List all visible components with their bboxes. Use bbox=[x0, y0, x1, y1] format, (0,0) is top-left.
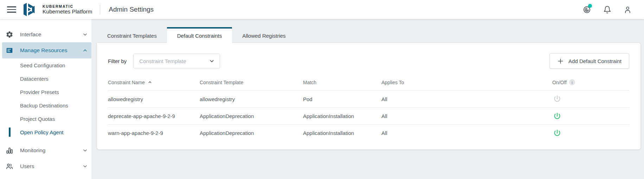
table-row[interactable]: warn-app-apache-9-2-9 ApplicationDepreca… bbox=[108, 124, 629, 141]
sidebar: Interface Manage Resources Seed Configur… bbox=[0, 19, 91, 179]
sidebar-item-label: Datacenters bbox=[20, 76, 49, 82]
sidebar-item-manage-resources[interactable]: Manage Resources bbox=[2, 42, 91, 58]
tab-constraint-templates[interactable]: Constraint Templates bbox=[97, 27, 167, 43]
column-header-constraint-template[interactable]: Constraint Template bbox=[200, 80, 303, 85]
column-header-constraint-name[interactable]: Constraint Name bbox=[108, 80, 200, 85]
cell-constraint-template: allowedregistry bbox=[200, 96, 303, 102]
add-button-label: Add Default Constraint bbox=[568, 58, 622, 64]
brand-subtitle: Kubernetes Platform bbox=[43, 8, 92, 15]
manage-resources-icon bbox=[6, 47, 13, 54]
cell-constraint-template: ApplicationDeprecation bbox=[200, 130, 303, 136]
tab-label: Constraint Templates bbox=[107, 33, 157, 39]
toolbar: Filter by Constraint Template Add Defaul… bbox=[108, 43, 629, 69]
brand-text: KUBERMATIC Kubernetes Platform bbox=[43, 4, 92, 15]
tab-label: Allowed Registries bbox=[242, 33, 285, 39]
table-row[interactable]: allowedregistry allowedregistry Pod All bbox=[108, 91, 629, 107]
topbar-actions bbox=[581, 4, 633, 16]
sidebar-item-label: Seed Configuration bbox=[20, 62, 65, 68]
filter-by-label: Filter by bbox=[108, 58, 127, 64]
cell-constraint-name: deprecate-app-apache-9-2-9 bbox=[108, 113, 200, 119]
user-icon bbox=[624, 6, 632, 14]
bar-chart-icon bbox=[6, 147, 13, 154]
cell-applies-to: All bbox=[381, 96, 552, 102]
column-label: On/Off bbox=[552, 80, 567, 85]
cell-constraint-template: ApplicationDeprecation bbox=[200, 113, 303, 119]
tab-default-constraints[interactable]: Default Constraints bbox=[167, 27, 232, 43]
sidebar-item-label: Project Quotas bbox=[20, 116, 55, 122]
power-toggle-icon[interactable] bbox=[553, 112, 561, 121]
hamburger-menu-icon[interactable] bbox=[7, 6, 16, 13]
chevron-down-icon bbox=[82, 163, 88, 169]
plus-icon bbox=[557, 58, 564, 64]
sidebar-item-seed-configuration[interactable]: Seed Configuration bbox=[0, 58, 91, 72]
column-label: Constraint Name bbox=[108, 80, 145, 85]
sidebar-item-backup-destinations[interactable]: Backup Destinations bbox=[0, 99, 91, 112]
sidebar-item-datacenters[interactable]: Datacenters bbox=[0, 72, 91, 85]
kubermatic-logo-icon bbox=[23, 2, 39, 17]
sidebar-item-provider-presets[interactable]: Provider Presets bbox=[0, 85, 91, 99]
account-button[interactable] bbox=[622, 4, 633, 16]
topbar: KUBERMATIC Kubernetes Platform Admin Set… bbox=[0, 0, 644, 19]
sidebar-item-label: Users bbox=[20, 163, 34, 169]
cell-constraint-name: allowedregistry bbox=[108, 96, 200, 102]
chevron-down-icon bbox=[209, 58, 215, 64]
page-title: Admin Settings bbox=[109, 6, 154, 13]
default-constraints-card: Filter by Constraint Template Add Defaul… bbox=[97, 43, 640, 149]
column-label: Match bbox=[303, 80, 316, 85]
power-toggle-icon[interactable] bbox=[553, 129, 561, 137]
cell-match: ApplicationInstallation bbox=[303, 130, 381, 136]
add-default-constraint-button[interactable]: Add Default Constraint bbox=[549, 53, 629, 69]
sort-ascending-icon bbox=[147, 80, 153, 85]
sidebar-spacer bbox=[0, 139, 91, 142]
gear-icon bbox=[6, 31, 13, 38]
power-toggle-icon[interactable] bbox=[553, 95, 561, 103]
chevron-down-icon bbox=[82, 148, 88, 153]
tab-allowed-registries[interactable]: Allowed Registries bbox=[232, 27, 296, 43]
cell-constraint-name: warn-app-apache-9-2-9 bbox=[108, 130, 200, 136]
sidebar-item-monitoring[interactable]: Monitoring bbox=[0, 142, 91, 158]
bell-icon bbox=[603, 6, 611, 14]
chevron-down-icon bbox=[82, 32, 88, 37]
main-content: Constraint Templates Default Constraints… bbox=[91, 19, 644, 179]
info-icon[interactable]: i bbox=[569, 79, 575, 85]
sidebar-item-label: Provider Presets bbox=[20, 89, 59, 95]
notification-dot bbox=[588, 4, 592, 8]
column-label: Constraint Template bbox=[200, 80, 243, 85]
cell-match: Pod bbox=[303, 96, 381, 102]
column-header-on-off[interactable]: On/Off i bbox=[552, 79, 629, 85]
sidebar-item-label: Open Policy Agent bbox=[20, 129, 63, 135]
notifications-button[interactable] bbox=[601, 4, 613, 16]
tab-bar: Constraint Templates Default Constraints… bbox=[97, 27, 644, 43]
table-header-row: Constraint Name Constraint Template Matc… bbox=[108, 74, 629, 91]
constraint-template-filter-select[interactable]: Constraint Template bbox=[133, 54, 220, 68]
table-row[interactable]: deprecate-app-apache-9-2-9 ApplicationDe… bbox=[108, 107, 629, 124]
sidebar-item-label: Backup Destinations bbox=[20, 103, 68, 109]
sidebar-item-open-policy-agent[interactable]: Open Policy Agent bbox=[0, 125, 91, 139]
chevron-up-icon bbox=[82, 48, 88, 53]
tab-label: Default Constraints bbox=[177, 33, 222, 39]
cell-applies-to: All bbox=[381, 130, 552, 136]
title-divider bbox=[100, 5, 100, 14]
column-header-match[interactable]: Match bbox=[303, 80, 381, 85]
sidebar-item-interface[interactable]: Interface bbox=[0, 26, 91, 42]
column-label: Applies To bbox=[381, 80, 404, 85]
sidebar-item-label: Monitoring bbox=[20, 147, 45, 154]
sidebar-item-label: Manage Resources bbox=[20, 47, 67, 54]
sidebar-item-label: Interface bbox=[20, 31, 41, 38]
cell-match: ApplicationInstallation bbox=[303, 113, 381, 119]
brand-name: KUBERMATIC bbox=[43, 4, 92, 8]
column-header-applies-to[interactable]: Applies To bbox=[381, 80, 552, 85]
users-icon bbox=[6, 162, 13, 170]
changelog-button[interactable] bbox=[581, 4, 593, 16]
cell-applies-to: All bbox=[381, 113, 552, 119]
sidebar-item-users[interactable]: Users bbox=[0, 158, 91, 174]
filter-placeholder: Constraint Template bbox=[139, 58, 186, 64]
kubermatic-logo: KUBERMATIC Kubernetes Platform bbox=[23, 2, 92, 17]
sidebar-item-project-quotas[interactable]: Project Quotas bbox=[0, 112, 91, 125]
